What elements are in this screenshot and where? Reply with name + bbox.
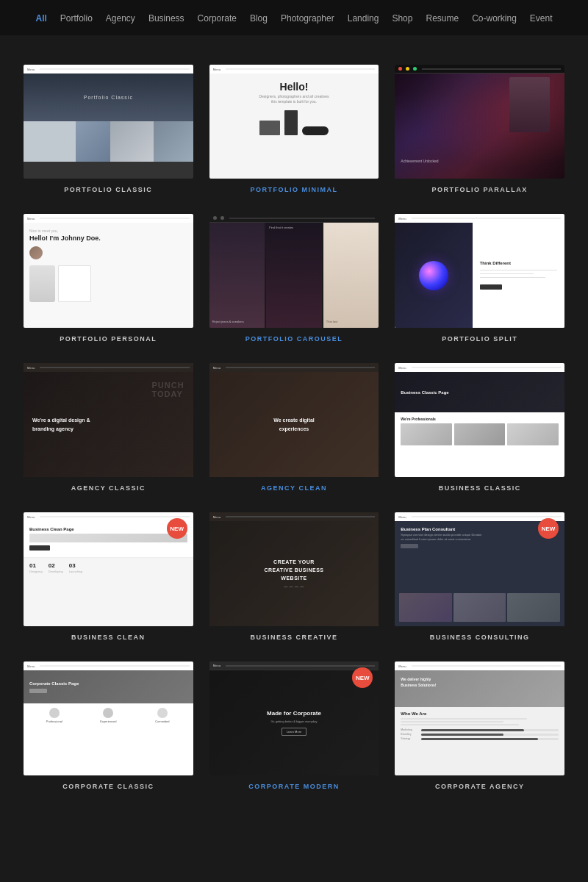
- card-portfolio-personal[interactable]: Menu Nice to meet you, Hello! I'm Johnny…: [24, 214, 193, 343]
- pc-hero: Portfolio Classic: [24, 74, 193, 121]
- card-portfolio-split[interactable]: Menu Think Different: [395, 214, 564, 343]
- bc-section-title: We're Professionals: [401, 417, 559, 421]
- ppe-avatar: [29, 246, 43, 259]
- ppe-bottom: [29, 265, 187, 302]
- nav-item-landing[interactable]: Landing: [348, 13, 379, 24]
- corpa-body: We deliver highlyBusiness Solutions! Who…: [395, 670, 564, 775]
- bcreat-body: CREATE YOURCREATIVE BUSINESSWEBSITE — — …: [209, 521, 379, 626]
- thumb-portfolio-parallax: Achievement Unlocked: [395, 65, 564, 179]
- bcl-body: Business Clean Page 01 Designing: [24, 521, 193, 626]
- ppe-name: Hello! I'm Johnny Doe.: [29, 234, 187, 242]
- card-corporate-agency[interactable]: Menu We deliver highlyBusiness Solutions…: [395, 662, 564, 790]
- thumb-business-clean: NEW Menu Business Clean Page: [24, 512, 193, 626]
- card-business-consulting[interactable]: NEW Menu Business Plan Consultant Synaps…: [395, 512, 564, 641]
- thumb-nav-bar-10: Menu: [24, 512, 193, 521]
- corpa-title: Who We Are: [401, 711, 559, 716]
- bcl-num-3: 03: [69, 562, 82, 569]
- ac-hero: PUNCHTODAY We're a digital design &brand…: [24, 372, 193, 477]
- card-corporate-modern[interactable]: NEW Menu Made for Corporate It's getting…: [209, 662, 379, 790]
- bc-hero-text: Business Classic Page: [401, 390, 448, 395]
- psplit-body: Think Different: [395, 223, 564, 328]
- bcreat-tagline: CREATE YOURCREATIVE BUSINESSWEBSITE — — …: [264, 558, 323, 590]
- card-business-clean[interactable]: NEW Menu Business Clean Page: [24, 512, 193, 641]
- bcons-btn: [401, 544, 418, 548]
- corp-hero-text: Corporate Classic Page: [29, 681, 79, 686]
- thumb-agency-clean: Menu We create digitalexperiences: [209, 363, 379, 477]
- new-badge-business-clean: NEW: [167, 518, 187, 539]
- bcons-title: Business Plan Consultant: [401, 527, 559, 531]
- psplit-btn: [480, 284, 502, 290]
- thumb-portfolio-personal: Menu Nice to meet you, Hello! I'm Johnny…: [24, 214, 193, 328]
- corpa-bars: Marketing Branding Strategy: [401, 728, 559, 740]
- card-business-creative[interactable]: Menu CREATE YOURCREATIVE BUSINESSWEBSITE…: [209, 512, 379, 641]
- card-portfolio-carousel[interactable]: Reject jeans & sneakers Find that it cre…: [209, 214, 379, 343]
- new-badge-business-consulting: NEW: [538, 518, 559, 539]
- card-label-corporate-modern: Corporate Modern: [248, 783, 339, 790]
- corpa-bar-label-1: Marketing: [401, 728, 419, 731]
- corp-hero: Corporate Classic Page: [24, 670, 193, 703]
- card-label-corporate-agency: Corporate Agency: [435, 783, 525, 790]
- bcl-hero-title: Business Clean Page: [29, 527, 187, 531]
- thumb-portfolio-classic: Menu Portfolio Classic: [24, 65, 193, 179]
- nav-item-resume[interactable]: Resume: [426, 13, 459, 24]
- nav-item-business[interactable]: Business: [148, 13, 184, 24]
- thumb-corporate-agency: Menu We deliver highlyBusiness Solutions…: [395, 662, 564, 775]
- card-portfolio-minimal[interactable]: Menu Hello! Designers, photographers and…: [209, 65, 379, 193]
- pm-sub: Designers, photographers and all creativ…: [259, 94, 329, 104]
- nav-item-all[interactable]: All: [35, 13, 46, 24]
- thumb-nav-bar-15: Menu: [395, 662, 564, 670]
- acl-hero: We create digitalexperiences: [209, 372, 379, 477]
- bcl-num-label-1: Designing: [29, 570, 43, 573]
- nav-item-blog[interactable]: Blog: [250, 13, 268, 24]
- card-business-classic[interactable]: Menu Business Classic Page We're Profess…: [395, 363, 564, 492]
- card-label-agency-classic: Agency Classic: [71, 484, 146, 492]
- nav-item-event[interactable]: Event: [530, 13, 553, 24]
- pc-hero-title: Portfolio Classic: [84, 95, 133, 100]
- thumb-business-classic: Menu Business Classic Page We're Profess…: [395, 363, 564, 477]
- thumb-portfolio-carousel: Reject jeans & sneakers Find that it cre…: [209, 214, 379, 328]
- thumb-agency-classic: Menu PUNCHTODAY We're a digital design &…: [24, 363, 193, 477]
- nav-item-shop[interactable]: Shop: [392, 13, 412, 24]
- card-portfolio-classic[interactable]: Menu Portfolio Classic Portfolio Class: [24, 65, 193, 193]
- card-label-business-creative: Business Creative: [251, 634, 338, 641]
- card-agency-clean[interactable]: Menu We create digitalexperiences Agency…: [209, 363, 379, 492]
- bcons-body: Business Plan Consultant Synapse connect…: [395, 521, 564, 626]
- card-label-corporate-classic: Corporate Classic: [62, 783, 154, 790]
- nav-item-agency[interactable]: Agency: [106, 13, 135, 24]
- corpm-sub: It's getting better & bigger everyday: [271, 720, 318, 723]
- corpm-title: Made for Corporate: [267, 710, 321, 717]
- thumb-nav-bar-13: Menu: [24, 662, 193, 670]
- bcl-section: 01 Designing 02 Developing 03 Launching: [24, 558, 193, 626]
- card-label-business-classic: Business Classic: [439, 484, 521, 492]
- card-label-portfolio-carousel: Portfolio Carousel: [245, 335, 343, 343]
- nav-item-portfolio[interactable]: Portfolio: [60, 13, 93, 24]
- thumb-nav-bar-6: Menu: [395, 214, 564, 223]
- corpa-lines: [401, 718, 559, 725]
- thumb-corporate-classic: Menu Corporate Classic Page: [24, 662, 193, 775]
- nav-item-corporate[interactable]: Corporate: [198, 13, 237, 24]
- nav-item-coworking[interactable]: Co-working: [472, 13, 517, 24]
- psplit-tagline: Think Different: [480, 261, 557, 265]
- bc-images-row: [401, 423, 559, 445]
- bcl-num-label-3: Launching: [69, 570, 82, 573]
- corp-icon-label-2: Experienced: [100, 720, 116, 723]
- thumb-nav-bar-2: Menu: [209, 65, 379, 74]
- corpm-btn: Learn More: [282, 728, 306, 736]
- pm-products: [259, 110, 329, 135]
- thumb-portfolio-minimal: Menu Hello! Designers, photographers and…: [209, 65, 379, 179]
- bc-body: Business Classic Page We're Professional…: [395, 372, 564, 477]
- corpm-body: Made for Corporate It's getting better &…: [209, 670, 379, 775]
- card-portfolio-parallax[interactable]: Achievement Unlocked Portfolio Parallax: [395, 65, 564, 193]
- thumb-nav-bar-3: [395, 65, 564, 74]
- corp-icon-label-1: Professional: [46, 720, 62, 723]
- thumb-nav-bar-8: Menu: [209, 363, 379, 372]
- card-agency-classic[interactable]: Menu PUNCHTODAY We're a digital design &…: [24, 363, 193, 492]
- card-label-portfolio-split: Portfolio Split: [442, 335, 517, 343]
- nav-item-photographer[interactable]: Photographer: [281, 13, 334, 24]
- card-label-agency-clean: Agency Clean: [261, 484, 327, 492]
- card-label-business-consulting: Business Consulting: [430, 634, 530, 641]
- card-corporate-classic[interactable]: Menu Corporate Classic Page: [24, 662, 193, 790]
- thumb-nav-bar-4: Menu: [24, 214, 193, 223]
- bcl-btn: [29, 545, 50, 551]
- ac-tagline: We're a digital design &branding agency: [32, 416, 90, 432]
